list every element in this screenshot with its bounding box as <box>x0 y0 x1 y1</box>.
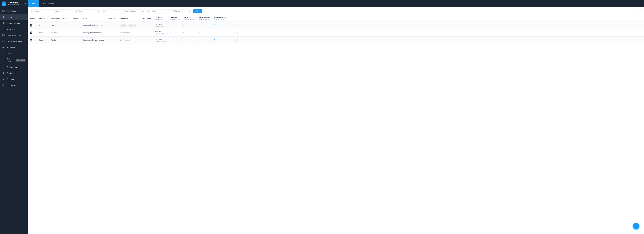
crm-user-select[interactable]: CRM User <box>170 9 192 13</box>
sidebar-item-contacts[interactable]: Contacts <box>0 70 28 76</box>
cell-invitation: Invite sentExpires in 8 days <box>154 23 170 27</box>
time-schedule-select[interactable]: Time Schedule <box>123 9 145 13</box>
cell-first-name: Nader <box>39 24 51 26</box>
cell-email: billing@flynumber.com <box>83 32 106 34</box>
cell-call-flows: Not Assigned <box>120 39 142 41</box>
time-schedules-icon <box>2 34 5 36</box>
sidebar: FlyNumber phone.systems™ Call FlowsUsers… <box>0 0 28 234</box>
sidebar-item-settings[interactable]: Settings <box>0 76 28 82</box>
sidebar-item-time-schedules[interactable]: Time Schedules <box>0 32 28 38</box>
sidebar-item-audio-files[interactable]: Audio Files <box>0 44 28 50</box>
sip-accounts-link[interactable]: 0 <box>184 24 184 26</box>
cell-last-name: testser <box>51 32 63 34</box>
sidebar-item-label: Trunks <box>7 52 12 54</box>
cell-call-flows: Not Assigned <box>120 32 142 34</box>
sidebar-item-label: Call Analytics <box>7 66 18 68</box>
svg-point-34 <box>236 33 236 33</box>
table-row[interactable]: JSJohnSmithjohn.smith@example.comNot Ass… <box>28 36 644 44</box>
table-header: Avatar First name Last name Job title De… <box>28 15 644 21</box>
delivery-methods-icon <box>2 40 5 43</box>
sidebar-item-users[interactable]: Users <box>0 14 28 20</box>
contacts-icon <box>2 72 5 74</box>
pstn-forwardings-link[interactable]: 0 <box>198 39 200 41</box>
sidebar-item-label: Users <box>7 16 12 18</box>
sidebar-item-contact-methods[interactable]: Contact Methods <box>0 20 28 26</box>
main: Users App Devices Time Schedule Call Flo… <box>28 0 644 234</box>
table-row[interactable]: AtAnothertestserbilling@flynumber.comNot… <box>28 29 644 36</box>
sidebar-item-label: Call Logs <box>7 58 14 62</box>
row-actions-button[interactable] <box>234 24 238 27</box>
sidebar-item-user-guide[interactable]: User Guide <box>0 82 28 88</box>
job-title-input[interactable] <box>53 9 75 13</box>
numbers-icon <box>2 28 5 30</box>
filter-button[interactable]: Filter <box>193 9 202 13</box>
full-name-input[interactable] <box>30 9 52 13</box>
department-input[interactable] <box>76 9 98 13</box>
call-flow-tag: Sales <box>120 24 127 27</box>
sidebar-item-delivery-methods[interactable]: Delivery Methods <box>0 38 28 44</box>
sidebar-item-numbers[interactable]: Numbers <box>0 26 28 32</box>
svg-point-4 <box>4 11 4 11</box>
svg-point-28 <box>4 73 4 73</box>
filter-bar: Time Schedule Call Flow CRM User Filter <box>28 7 644 15</box>
sidebar-item-trunks[interactable]: Trunks <box>0 50 28 56</box>
avatar: At <box>30 31 32 34</box>
devices-link[interactable]: 1 <box>170 24 172 26</box>
sidebar-item-label: User Guide <box>7 84 16 86</box>
cell-email: nader@flynumber.com <box>83 24 106 26</box>
svg-point-39 <box>236 40 237 40</box>
sidebar-item-label: Time Schedules <box>7 34 21 36</box>
sidebar-item-call-analytics[interactable]: Call Analytics <box>0 64 28 70</box>
svg-point-20 <box>2 46 4 48</box>
select-label: Time Schedule <box>125 10 137 12</box>
sidebar-item-label: Contacts <box>7 72 14 74</box>
th-last-name: Last name <box>51 17 63 19</box>
call-flow-select[interactable]: Call Flow <box>146 9 169 13</box>
users-table: Avatar First name Last name Job title De… <box>28 15 644 44</box>
devices-link[interactable]: 0 <box>170 32 172 34</box>
svg-point-33 <box>236 25 237 25</box>
add-user-fab[interactable] <box>633 223 640 230</box>
pstn-forwardings-link[interactable]: 0 <box>198 32 200 34</box>
sidebar-item-call-flows[interactable]: Call Flows <box>0 8 28 14</box>
sip-forwardings-link[interactable]: 0 <box>214 32 215 34</box>
select-label: CRM User <box>172 10 180 12</box>
pstn-forwardings-link[interactable]: 0 <box>198 24 200 26</box>
tab-app-devices[interactable]: App Devices <box>39 0 57 7</box>
brand-logo-icon <box>2 1 6 6</box>
svg-rect-22 <box>3 53 4 54</box>
th-pstn: PSTN Forwardin...Contact method <box>198 16 214 20</box>
svg-point-26 <box>2 66 4 68</box>
call-logs-icon <box>2 59 5 62</box>
select-label: Call Flow <box>148 10 156 12</box>
devices-link[interactable]: 0 <box>170 39 172 41</box>
row-actions-button[interactable] <box>234 31 238 34</box>
svg-point-31 <box>236 25 236 25</box>
th-avatar: Avatar <box>30 17 39 19</box>
topbar: Users App Devices <box>28 0 644 7</box>
th-call-flows: Call Flows <box>120 17 142 19</box>
cell-call-flows: SalesSupport <box>120 24 142 27</box>
call-flow-tag: Support <box>128 24 136 27</box>
th-job-title: Job title <box>63 17 73 19</box>
th-invitation: InvitationApplications <box>154 16 170 20</box>
sidebar-item-call-logs[interactable]: Call LogsDeprecated <box>0 56 28 64</box>
tab-users[interactable]: Users <box>28 0 39 7</box>
avatar: NA <box>30 24 32 27</box>
download-button[interactable] <box>638 9 642 13</box>
email-input[interactable] <box>100 9 122 13</box>
svg-point-5 <box>3 16 4 17</box>
sip-forwardings-link[interactable]: 0 <box>214 24 215 26</box>
svg-point-3 <box>3 11 4 11</box>
th-sip-fwd: SIP ForwardingsContact method <box>214 16 232 20</box>
svg-point-38 <box>236 40 236 40</box>
table-row[interactable]: NANaderAppnader@flynumber.comSalesSuppor… <box>28 21 644 29</box>
sip-accounts-link[interactable]: 0 <box>184 32 184 34</box>
call-flows-icon <box>2 10 5 12</box>
row-actions-button[interactable] <box>234 38 238 42</box>
sip-forwardings-link[interactable]: 0 <box>214 39 215 41</box>
svg-point-2 <box>3 11 3 11</box>
sip-accounts-link[interactable]: 0 <box>184 39 184 41</box>
svg-point-36 <box>236 33 237 33</box>
sidebar-collapse-button[interactable] <box>24 2 26 4</box>
